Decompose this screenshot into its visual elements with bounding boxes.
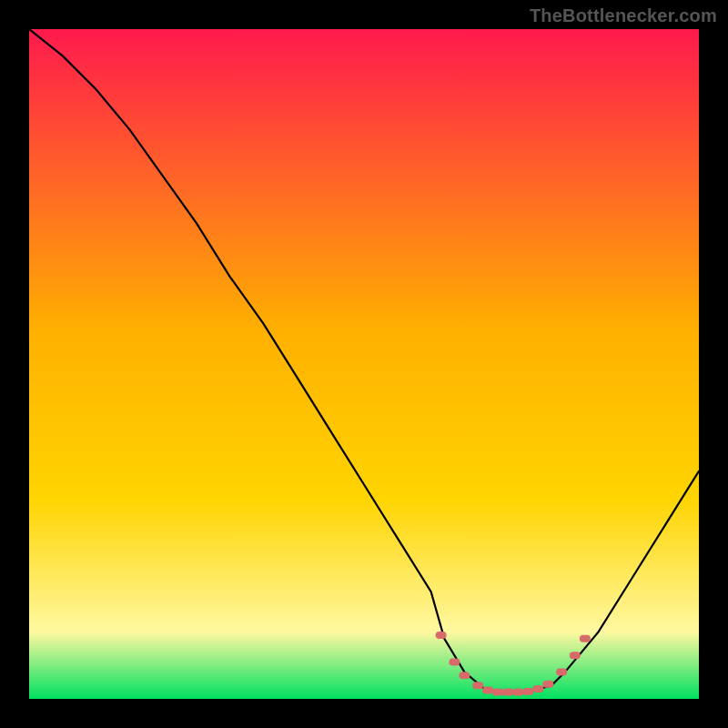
curve-marker: [570, 652, 581, 659]
curve-marker: [459, 672, 470, 679]
chart-frame: TheBottlenecker.com: [0, 0, 728, 728]
curve-marker: [502, 689, 513, 696]
curve-marker: [532, 685, 543, 693]
curve-marker: [580, 635, 591, 642]
curve-marker: [492, 689, 503, 696]
curve-marker: [436, 632, 447, 639]
curve-marker: [482, 686, 493, 693]
curve-marker: [542, 681, 553, 688]
curve-marker: [472, 682, 483, 689]
curve-marker: [512, 689, 523, 696]
plot-area: [29, 29, 699, 699]
curve-marker: [556, 669, 567, 676]
curve-marker: [522, 688, 533, 695]
watermark-text: TheBottlenecker.com: [530, 5, 717, 26]
chart-svg: [29, 29, 699, 699]
curve-marker: [449, 659, 460, 666]
